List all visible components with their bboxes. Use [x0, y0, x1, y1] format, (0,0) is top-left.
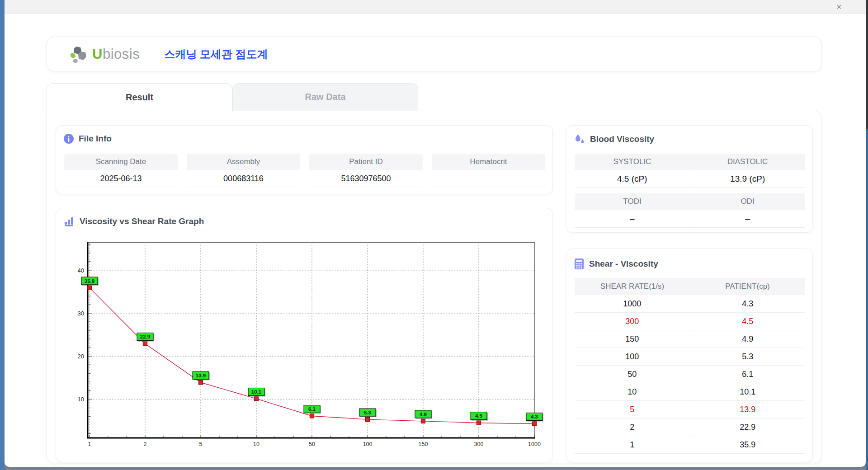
- file-info-title: File Info: [79, 134, 112, 144]
- viscosity-chart: 102030401251050100150300100035.922.913.9…: [61, 235, 547, 457]
- svg-text:4.3: 4.3: [531, 414, 538, 419]
- svg-text:5: 5: [199, 441, 203, 447]
- ubiosis-logo-icon: [69, 44, 90, 65]
- svg-text:100: 100: [363, 441, 373, 447]
- field-label: Patient ID: [309, 154, 423, 170]
- graph-title: Viscosity vs Shear Rate Graph: [80, 216, 204, 226]
- screen: ✕ Ubiosis 스캐닝 모세관 점도계 Result Raw Data: [0, 0, 868, 470]
- svg-text:35.9: 35.9: [85, 278, 94, 284]
- table-header-row: SHEAR RATE(1/s)PATIENT(cp): [575, 278, 805, 295]
- shear-rate-cell: 5: [575, 401, 690, 418]
- desktop-edge-left: [0, 0, 5, 470]
- header-card: Ubiosis 스캐닝 모세관 점도계: [47, 37, 821, 71]
- file-info-field: Scanning Date 2025-06-13: [64, 154, 178, 187]
- metric-label: TODI: [575, 193, 690, 210]
- patient-cp-cell: 13.9: [690, 401, 806, 418]
- patient-cp-cell: 35.9: [690, 436, 806, 454]
- metric-value: –: [575, 210, 690, 228]
- app-window: ✕ Ubiosis 스캐닝 모세관 점도계 Result Raw Data: [5, 0, 866, 467]
- file-info-card: File Info Scanning Date 2025-06-13 Assem…: [56, 125, 553, 194]
- svg-text:10: 10: [78, 396, 84, 403]
- graph-card: Viscosity vs Shear Rate Graph 1020304012…: [56, 208, 553, 462]
- field-label: Scanning Date: [64, 154, 178, 170]
- shear-rate-cell: 50: [575, 366, 690, 383]
- field-value: [432, 170, 545, 187]
- file-info-fields: Scanning Date 2025-06-13 Assembly 000683…: [64, 154, 545, 187]
- column-header: SHEAR RATE(1/s): [575, 278, 690, 295]
- shear-table: SHEAR RATE(1/s)PATIENT(cp) 1000 4.3 300 …: [575, 278, 805, 454]
- bar-chart-icon: [63, 216, 75, 227]
- result-panel: File Info Scanning Date 2025-06-13 Assem…: [47, 111, 821, 463]
- app-title: 스캐닝 모세관 점도계: [164, 47, 268, 61]
- table-row: 1000 4.3: [575, 295, 805, 313]
- info-icon: [63, 133, 74, 144]
- svg-text:6.1: 6.1: [308, 406, 316, 412]
- table-row: 100 5.3: [575, 348, 805, 366]
- table-row: 2 22.9: [575, 418, 805, 436]
- file-info-field: Hematocrit: [432, 154, 545, 187]
- metric-value: –: [690, 210, 806, 228]
- table-row: 50 6.1: [575, 366, 805, 383]
- patient-cp-cell: 5.3: [690, 348, 806, 366]
- close-icon[interactable]: ✕: [834, 2, 844, 12]
- desktop-edge-right-top: [866, 0, 868, 129]
- svg-text:22.9: 22.9: [140, 334, 150, 339]
- table-row: 150 4.9: [575, 330, 805, 348]
- svg-text:4.5: 4.5: [475, 413, 483, 418]
- metric-group: TODIODI ––: [575, 193, 805, 228]
- metric-label: DIASTOLIC: [690, 154, 805, 170]
- svg-text:2: 2: [144, 441, 147, 447]
- shear-rate-cell: 300: [575, 313, 690, 330]
- droplets-icon: [574, 133, 585, 145]
- tab-result[interactable]: Result: [47, 83, 232, 112]
- svg-text:20: 20: [78, 353, 84, 360]
- patient-cp-cell: 10.1: [690, 383, 806, 401]
- desktop-edge-right-bottom: [866, 129, 868, 470]
- blood-viscosity-title: Blood Viscosity: [590, 134, 654, 144]
- field-value: 000683116: [187, 170, 300, 187]
- ubiosis-logo: Ubiosis: [69, 44, 140, 65]
- shear-viscosity-card: Shear - Viscosity SHEAR RATE(1/s)PATIENT…: [566, 249, 813, 462]
- svg-text:10: 10: [253, 441, 259, 447]
- svg-text:150: 150: [419, 441, 428, 447]
- patient-cp-cell: 4.5: [690, 313, 806, 330]
- svg-text:1000: 1000: [528, 441, 541, 447]
- field-value: 51630976500: [309, 170, 423, 187]
- title-bar: ✕: [5, 0, 866, 14]
- table-row: 5 13.9: [575, 401, 805, 418]
- metric-label: SYSTOLIC: [575, 154, 690, 170]
- file-info-field: Patient ID 51630976500: [309, 154, 423, 187]
- table-row: 300 4.5: [575, 313, 805, 330]
- calculator-icon: [574, 258, 585, 270]
- file-info-field: Assembly 000683116: [187, 154, 300, 187]
- tab-raw-data[interactable]: Raw Data: [232, 83, 418, 111]
- svg-text:10.1: 10.1: [251, 389, 262, 395]
- metric-group: SYSTOLICDIASTOLIC 4.5 (cP)13.9 (cP): [575, 154, 805, 188]
- field-label: Assembly: [187, 154, 300, 170]
- shear-rate-cell: 2: [575, 418, 690, 436]
- svg-text:30: 30: [78, 310, 84, 317]
- field-label: Hematocrit: [432, 154, 545, 170]
- shear-rate-cell: 10: [575, 383, 690, 401]
- column-header: PATIENT(cp): [690, 278, 805, 295]
- blood-viscosity-card: Blood Viscosity SYSTOLICDIASTOLIC 4.5 (c…: [566, 125, 813, 233]
- shear-rate-cell: 1: [575, 436, 690, 454]
- metric-label: ODI: [690, 193, 805, 210]
- svg-text:1: 1: [88, 441, 91, 447]
- table-row: 10 10.1: [575, 383, 805, 401]
- shear-rate-cell: 100: [575, 348, 690, 366]
- svg-text:5.3: 5.3: [364, 410, 371, 415]
- shear-viscosity-title: Shear - Viscosity: [589, 259, 658, 269]
- ubiosis-wordmark: Ubiosis: [92, 46, 140, 62]
- metric-value: 13.9 (cP): [690, 170, 806, 188]
- svg-text:4.9: 4.9: [420, 412, 427, 417]
- blood-groups: SYSTOLICDIASTOLIC 4.5 (cP)13.9 (cP) TODI…: [575, 154, 805, 233]
- table-row: 1 35.9: [575, 436, 805, 454]
- patient-cp-cell: 22.9: [690, 418, 806, 436]
- svg-text:50: 50: [309, 441, 315, 447]
- shear-rate-cell: 1000: [575, 295, 690, 313]
- svg-text:13.9: 13.9: [196, 373, 206, 378]
- metric-value: 4.5 (cP): [575, 170, 690, 188]
- patient-cp-cell: 4.3: [690, 295, 806, 313]
- field-value: 2025-06-13: [64, 170, 178, 187]
